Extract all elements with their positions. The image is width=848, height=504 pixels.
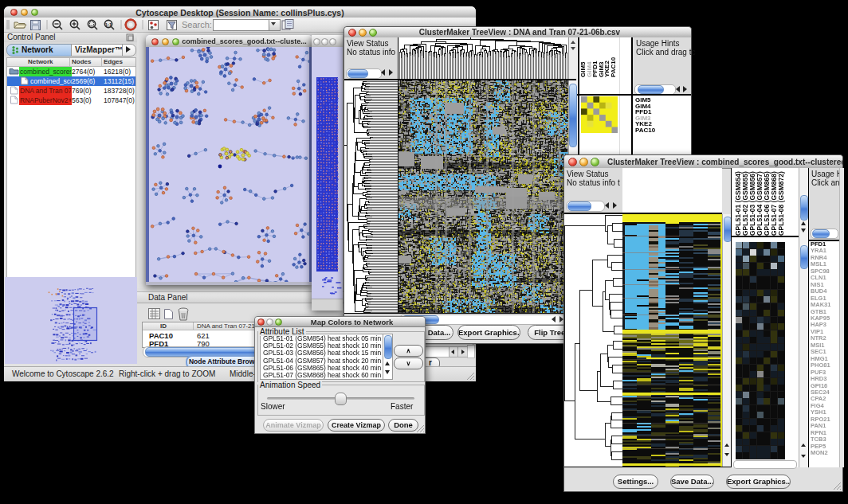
svg-text:1:1: 1:1 (105, 22, 112, 27)
